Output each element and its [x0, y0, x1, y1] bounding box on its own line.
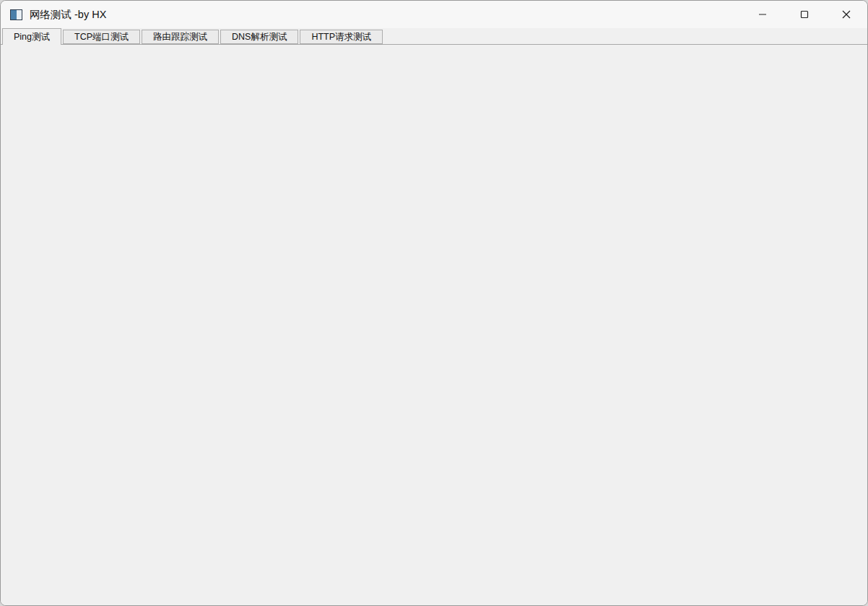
tab-page-ping	[1, 44, 867, 605]
tab-http[interactable]: HTTP请求测试	[300, 30, 383, 44]
tab-label: 路由跟踪测试	[153, 31, 207, 43]
maximize-icon	[800, 10, 809, 19]
tab-label: TCP端口测试	[74, 31, 129, 43]
tab-tcp-port[interactable]: TCP端口测试	[63, 30, 140, 44]
tab-ping[interactable]: Ping测试	[2, 28, 61, 45]
close-button[interactable]	[825, 1, 867, 28]
window-controls	[742, 1, 867, 28]
tab-dns[interactable]: DNS解析测试	[220, 30, 298, 44]
title-bar: 网络测试 -by HX	[1, 1, 867, 28]
tab-label: HTTP请求测试	[311, 31, 371, 43]
tab-bar: Ping测试 TCP端口测试 路由跟踪测试 DNS解析测试 HTTP请求测试	[2, 28, 384, 45]
window-title: 网络测试 -by HX	[30, 8, 106, 22]
tab-label: Ping测试	[14, 31, 50, 43]
minimize-icon	[758, 10, 767, 19]
minimize-button[interactable]	[742, 1, 784, 28]
app-icon	[10, 9, 22, 20]
tab-traceroute[interactable]: 路由跟踪测试	[142, 30, 219, 44]
maximize-button[interactable]	[784, 1, 825, 28]
close-icon	[842, 10, 851, 19]
tab-label: DNS解析测试	[232, 31, 287, 43]
app-window: 网络测试 -by HX Ping测试 TCP端口测试 路由跟踪测试 DNS解析测…	[0, 0, 868, 606]
